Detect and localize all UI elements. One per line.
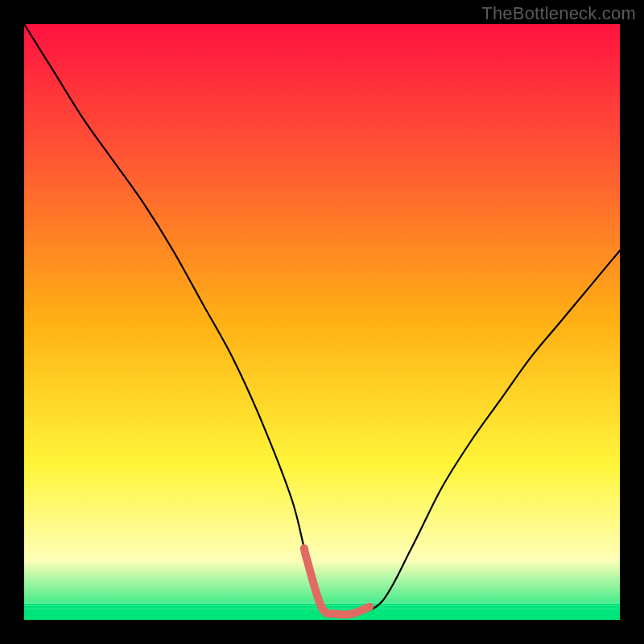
chart-frame: TheBottleneck.com	[0, 0, 644, 644]
plot-background	[24, 24, 620, 620]
watermark-text: TheBottleneck.com	[481, 3, 636, 24]
bottleneck-chart	[0, 0, 644, 644]
